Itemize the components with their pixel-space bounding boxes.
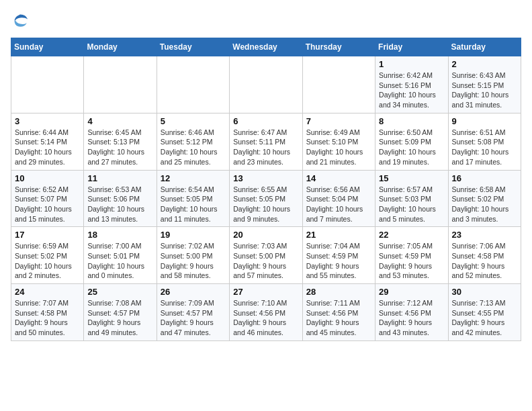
- calendar-cell: 12Sunrise: 6:54 AM Sunset: 5:05 PM Dayli…: [157, 170, 229, 227]
- day-number: 7: [306, 116, 371, 126]
- weekday-header: Saturday: [448, 38, 521, 56]
- day-number: 27: [233, 287, 298, 297]
- day-detail: Sunrise: 6:46 AM Sunset: 5:12 PM Dayligh…: [161, 128, 226, 167]
- calendar-cell: 19Sunrise: 7:02 AM Sunset: 5:00 PM Dayli…: [157, 227, 229, 284]
- calendar-cell: 10Sunrise: 6:52 AM Sunset: 5:07 PM Dayli…: [11, 170, 84, 227]
- day-detail: Sunrise: 7:08 AM Sunset: 4:57 PM Dayligh…: [87, 298, 152, 338]
- calendar-cell: 22Sunrise: 7:05 AM Sunset: 4:59 PM Dayli…: [375, 227, 448, 284]
- logo-icon: [11, 11, 30, 30]
- calendar-cell: 24Sunrise: 7:07 AM Sunset: 4:58 PM Dayli…: [11, 284, 84, 341]
- weekday-header: Thursday: [302, 38, 375, 56]
- calendar-cell: 23Sunrise: 7:06 AM Sunset: 4:58 PM Dayli…: [448, 227, 521, 284]
- calendar-cell: [302, 56, 375, 113]
- day-detail: Sunrise: 7:10 AM Sunset: 4:56 PM Dayligh…: [233, 298, 298, 338]
- weekday-header: Monday: [84, 38, 157, 56]
- day-number: 20: [233, 230, 298, 240]
- calendar-cell: 16Sunrise: 6:58 AM Sunset: 5:02 PM Dayli…: [448, 170, 521, 227]
- day-detail: Sunrise: 6:42 AM Sunset: 5:16 PM Dayligh…: [379, 71, 444, 110]
- day-number: 10: [15, 173, 80, 183]
- day-number: 30: [452, 287, 517, 297]
- day-detail: Sunrise: 7:12 AM Sunset: 4:56 PM Dayligh…: [379, 298, 444, 338]
- day-number: 3: [15, 116, 80, 126]
- calendar-week: 17Sunrise: 6:59 AM Sunset: 5:02 PM Dayli…: [11, 227, 521, 284]
- calendar-cell: [11, 56, 84, 113]
- day-detail: Sunrise: 6:59 AM Sunset: 5:02 PM Dayligh…: [15, 241, 80, 281]
- page-header: [11, 11, 521, 30]
- day-detail: Sunrise: 7:02 AM Sunset: 5:00 PM Dayligh…: [161, 241, 226, 281]
- calendar-cell: 13Sunrise: 6:55 AM Sunset: 5:05 PM Dayli…: [230, 170, 302, 227]
- day-detail: Sunrise: 6:55 AM Sunset: 5:05 PM Dayligh…: [233, 185, 298, 224]
- day-number: 8: [379, 116, 444, 126]
- calendar-cell: 28Sunrise: 7:11 AM Sunset: 4:56 PM Dayli…: [302, 284, 375, 341]
- calendar-cell: 6Sunrise: 6:47 AM Sunset: 5:11 PM Daylig…: [230, 113, 302, 170]
- weekday-header: Tuesday: [157, 38, 229, 56]
- weekday-header: Sunday: [11, 38, 84, 56]
- day-number: 22: [379, 230, 444, 240]
- day-number: 11: [87, 173, 152, 183]
- day-detail: Sunrise: 7:00 AM Sunset: 5:01 PM Dayligh…: [87, 241, 152, 281]
- day-detail: Sunrise: 7:09 AM Sunset: 4:57 PM Dayligh…: [161, 298, 226, 338]
- day-detail: Sunrise: 6:54 AM Sunset: 5:05 PM Dayligh…: [161, 185, 226, 224]
- calendar-cell: 1Sunrise: 6:42 AM Sunset: 5:16 PM Daylig…: [375, 56, 448, 113]
- day-detail: Sunrise: 6:58 AM Sunset: 5:02 PM Dayligh…: [452, 185, 517, 224]
- calendar-week: 10Sunrise: 6:52 AM Sunset: 5:07 PM Dayli…: [11, 170, 521, 227]
- day-number: 14: [306, 173, 371, 183]
- day-number: 26: [161, 287, 226, 297]
- day-detail: Sunrise: 6:52 AM Sunset: 5:07 PM Dayligh…: [15, 185, 80, 224]
- day-detail: Sunrise: 7:03 AM Sunset: 5:00 PM Dayligh…: [233, 241, 298, 281]
- day-detail: Sunrise: 6:51 AM Sunset: 5:08 PM Dayligh…: [452, 128, 517, 167]
- day-number: 24: [15, 287, 80, 297]
- calendar-cell: 3Sunrise: 6:44 AM Sunset: 5:14 PM Daylig…: [11, 113, 84, 170]
- day-number: 13: [233, 173, 298, 183]
- day-detail: Sunrise: 6:57 AM Sunset: 5:03 PM Dayligh…: [379, 185, 444, 224]
- day-number: 16: [452, 173, 517, 183]
- calendar-cell: 4Sunrise: 6:45 AM Sunset: 5:13 PM Daylig…: [84, 113, 157, 170]
- calendar-week: 24Sunrise: 7:07 AM Sunset: 4:58 PM Dayli…: [11, 284, 521, 341]
- calendar-cell: 17Sunrise: 6:59 AM Sunset: 5:02 PM Dayli…: [11, 227, 84, 284]
- day-detail: Sunrise: 6:43 AM Sunset: 5:15 PM Dayligh…: [452, 71, 517, 110]
- day-number: 2: [452, 59, 517, 69]
- day-number: 29: [379, 287, 444, 297]
- calendar-cell: 15Sunrise: 6:57 AM Sunset: 5:03 PM Dayli…: [375, 170, 448, 227]
- calendar-cell: 14Sunrise: 6:56 AM Sunset: 5:04 PM Dayli…: [302, 170, 375, 227]
- day-detail: Sunrise: 6:56 AM Sunset: 5:04 PM Dayligh…: [306, 185, 371, 224]
- day-number: 12: [161, 173, 226, 183]
- day-number: 6: [233, 116, 298, 126]
- day-number: 1: [379, 59, 444, 69]
- calendar-cell: 25Sunrise: 7:08 AM Sunset: 4:57 PM Dayli…: [84, 284, 157, 341]
- day-number: 17: [15, 230, 80, 240]
- calendar-cell: 8Sunrise: 6:50 AM Sunset: 5:09 PM Daylig…: [375, 113, 448, 170]
- day-number: 18: [87, 230, 152, 240]
- calendar-cell: 27Sunrise: 7:10 AM Sunset: 4:56 PM Dayli…: [230, 284, 302, 341]
- day-detail: Sunrise: 7:07 AM Sunset: 4:58 PM Dayligh…: [15, 298, 80, 338]
- calendar-table: SundayMondayTuesdayWednesdayThursdayFrid…: [11, 38, 521, 341]
- calendar-cell: 26Sunrise: 7:09 AM Sunset: 4:57 PM Dayli…: [157, 284, 229, 341]
- day-detail: Sunrise: 7:13 AM Sunset: 4:55 PM Dayligh…: [452, 298, 517, 338]
- logo: [11, 11, 32, 30]
- day-detail: Sunrise: 6:49 AM Sunset: 5:10 PM Dayligh…: [306, 128, 371, 167]
- day-detail: Sunrise: 7:04 AM Sunset: 4:59 PM Dayligh…: [306, 241, 371, 281]
- day-detail: Sunrise: 7:05 AM Sunset: 4:59 PM Dayligh…: [379, 241, 444, 281]
- calendar-cell: [84, 56, 157, 113]
- day-detail: Sunrise: 7:11 AM Sunset: 4:56 PM Dayligh…: [306, 298, 371, 338]
- calendar-cell: 18Sunrise: 7:00 AM Sunset: 5:01 PM Dayli…: [84, 227, 157, 284]
- weekday-header: Wednesday: [230, 38, 302, 56]
- calendar-week: 3Sunrise: 6:44 AM Sunset: 5:14 PM Daylig…: [11, 113, 521, 170]
- weekday-header: Friday: [375, 38, 448, 56]
- calendar-cell: 21Sunrise: 7:04 AM Sunset: 4:59 PM Dayli…: [302, 227, 375, 284]
- calendar-cell: 20Sunrise: 7:03 AM Sunset: 5:00 PM Dayli…: [230, 227, 302, 284]
- calendar-cell: [157, 56, 229, 113]
- day-number: 21: [306, 230, 371, 240]
- day-number: 19: [161, 230, 226, 240]
- calendar-cell: 5Sunrise: 6:46 AM Sunset: 5:12 PM Daylig…: [157, 113, 229, 170]
- day-detail: Sunrise: 6:50 AM Sunset: 5:09 PM Dayligh…: [379, 128, 444, 167]
- day-number: 23: [452, 230, 517, 240]
- day-detail: Sunrise: 6:53 AM Sunset: 5:06 PM Dayligh…: [87, 185, 152, 224]
- day-number: 28: [306, 287, 371, 297]
- calendar-week: 1Sunrise: 6:42 AM Sunset: 5:16 PM Daylig…: [11, 56, 521, 113]
- calendar-cell: [230, 56, 302, 113]
- day-detail: Sunrise: 7:06 AM Sunset: 4:58 PM Dayligh…: [452, 241, 517, 281]
- day-number: 5: [161, 116, 226, 126]
- calendar-cell: 2Sunrise: 6:43 AM Sunset: 5:15 PM Daylig…: [448, 56, 521, 113]
- calendar-header: SundayMondayTuesdayWednesdayThursdayFrid…: [11, 38, 521, 56]
